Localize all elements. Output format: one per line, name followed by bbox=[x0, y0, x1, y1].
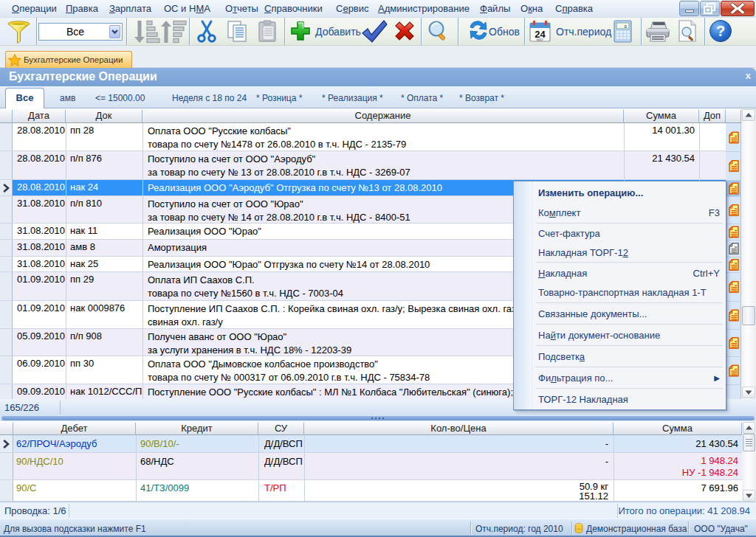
svg-text:0: 0 bbox=[624, 24, 627, 30]
svg-text:?: ? bbox=[716, 23, 725, 39]
svg-text:MAY: MAY bbox=[537, 38, 543, 42]
